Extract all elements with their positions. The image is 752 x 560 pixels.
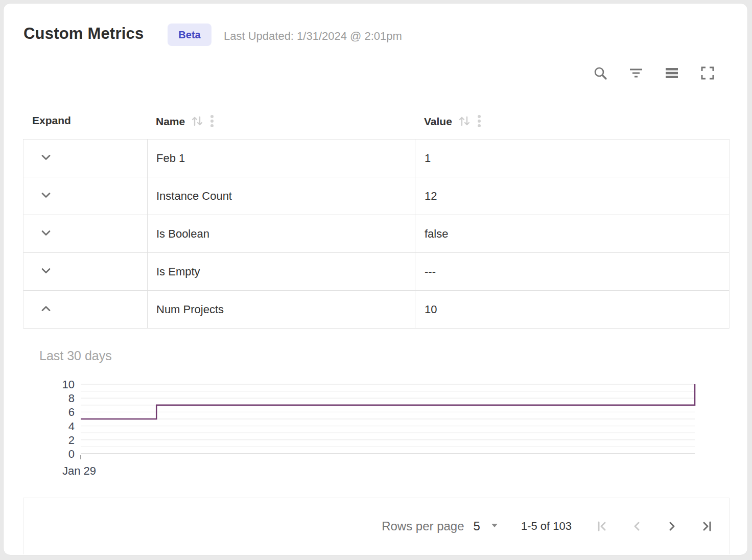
rows-per-page-label: Rows per page (382, 519, 464, 533)
row-name: Num Projects (148, 291, 415, 328)
table-row: Instance Count 12 (24, 177, 729, 215)
chevron-left-icon (630, 519, 644, 533)
name-column-menu-button[interactable] (209, 114, 215, 129)
column-header-value[interactable]: Value (424, 114, 482, 129)
last-page-button[interactable] (699, 519, 714, 533)
table-row: Feb 1 1 (24, 139, 729, 177)
column-label: Value (424, 115, 452, 128)
chevron-right-icon (665, 519, 679, 533)
trend-chart: 0246810Jan 29 (0, 376, 752, 483)
expand-cell (24, 215, 148, 252)
column-label: Expand (32, 114, 71, 127)
row-value: --- (415, 253, 729, 290)
table-row: Num Projects 10 (24, 291, 729, 329)
sort-name-button[interactable] (190, 114, 204, 129)
svg-text:6: 6 (68, 406, 75, 418)
expand-cell (24, 253, 148, 290)
expand-row-button[interactable] (38, 264, 54, 280)
chevron-down-icon (39, 189, 53, 203)
next-page-button[interactable] (665, 519, 679, 533)
row-name: Instance Count (148, 177, 415, 215)
row-name: Feb 1 (148, 139, 415, 177)
sort-icon (457, 114, 472, 130)
caret-down-icon (489, 519, 500, 533)
last-updated-text: Last Updated: 1/31/2024 @ 2:01pm (224, 30, 402, 43)
density-icon (664, 65, 679, 81)
row-value: false (415, 215, 729, 252)
table-row: Is Boolean false (24, 215, 729, 253)
column-header-expand: Expand (32, 114, 71, 127)
table-body: Feb 1 1 Instance Count 12 Is Boolean fal… (23, 139, 730, 329)
svg-text:4: 4 (68, 420, 75, 433)
sort-value-button[interactable] (457, 114, 472, 129)
row-name: Is Empty (148, 253, 415, 290)
chart-title: Last 30 days (39, 348, 112, 363)
beta-badge: Beta (168, 24, 212, 46)
expand-row-button[interactable] (38, 226, 54, 242)
row-value: 1 (415, 139, 729, 177)
chevron-down-icon (39, 151, 53, 166)
search-button[interactable] (593, 65, 608, 81)
kebab-menu-icon (477, 113, 482, 130)
fullscreen-button[interactable] (700, 65, 715, 81)
page-title: Custom Metrics (24, 25, 144, 43)
chevron-up-icon (39, 302, 53, 317)
table-header: Expand Name Value (23, 107, 730, 139)
expand-cell (24, 177, 148, 215)
rows-per-page-select[interactable]: 5 (474, 519, 500, 533)
filter-button[interactable] (628, 65, 644, 81)
sort-icon (190, 114, 204, 130)
svg-text:2: 2 (68, 434, 75, 447)
row-value: 12 (415, 177, 729, 215)
row-value: 10 (415, 291, 729, 328)
expand-row-button[interactable] (38, 150, 54, 167)
row-name: Is Boolean (148, 215, 415, 252)
expand-row-button[interactable] (38, 301, 54, 318)
expand-cell (24, 291, 148, 328)
first-page-button[interactable] (595, 519, 609, 533)
rows-per-page-value: 5 (474, 519, 480, 533)
first-page-icon (595, 519, 609, 533)
svg-text:10: 10 (62, 378, 75, 391)
value-column-menu-button[interactable] (477, 114, 482, 129)
expand-row-button[interactable] (38, 188, 54, 204)
chevron-down-icon (39, 226, 53, 241)
svg-text:0: 0 (68, 448, 75, 460)
page-range-label: 1-5 of 103 (521, 520, 572, 533)
chevron-down-icon (39, 264, 53, 279)
last-page-icon (699, 519, 714, 533)
search-icon (593, 65, 608, 81)
pager-buttons (595, 519, 714, 533)
previous-page-button[interactable] (630, 519, 644, 533)
kebab-menu-icon (209, 113, 215, 130)
svg-text:Jan 29: Jan 29 (62, 464, 96, 477)
column-header-name[interactable]: Name (156, 114, 215, 129)
svg-text:8: 8 (68, 392, 75, 405)
column-label: Name (156, 115, 185, 128)
density-button[interactable] (664, 65, 679, 81)
table-row: Is Empty --- (24, 253, 729, 291)
grid-toolbar (593, 65, 715, 81)
expand-cell (24, 139, 148, 177)
pagination-bar: Rows per page 5 1-5 of 103 (23, 498, 730, 554)
fullscreen-icon (700, 65, 715, 81)
filter-icon (628, 65, 644, 81)
